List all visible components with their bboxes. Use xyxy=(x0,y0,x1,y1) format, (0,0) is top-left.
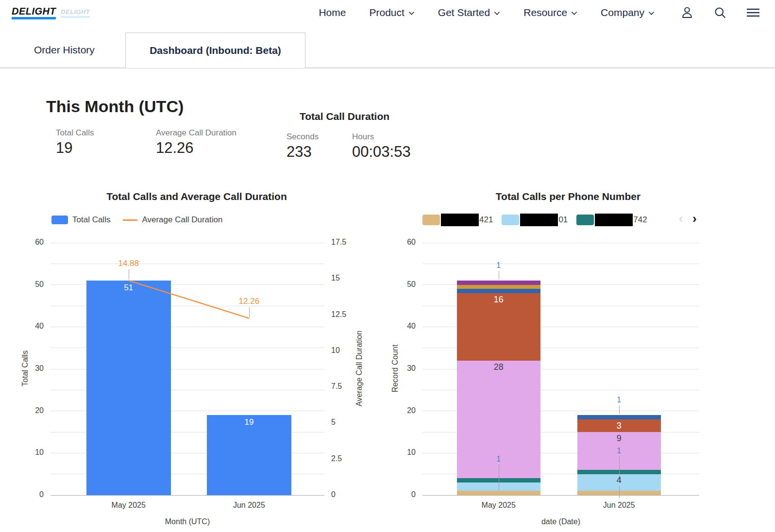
y-axis-tick-label: 2.5 xyxy=(331,454,342,463)
stacked-segment-phone-number-blue[interactable] xyxy=(457,289,540,293)
search-icon[interactable] xyxy=(713,5,727,20)
menu-icon[interactable] xyxy=(746,5,760,20)
redacted-phone-number xyxy=(441,214,479,226)
chart-legend: Total CallsAverage Call Duration xyxy=(51,215,222,225)
stacked-segment-phone-number-gold[interactable] xyxy=(457,285,540,289)
y-axis-tick-label: 60 xyxy=(390,238,416,247)
chevron-down-icon xyxy=(494,11,500,16)
logo-ghost-text: DELIGHT xyxy=(61,9,90,18)
label-leader xyxy=(499,271,499,280)
legend-item-phone-01[interactable]: 01 xyxy=(502,214,568,226)
nav-item-home[interactable]: Home xyxy=(319,7,346,18)
nav-item-label: Resource xyxy=(523,7,567,18)
nav-item-resource[interactable]: Resource xyxy=(523,7,577,18)
stat-label: Hours xyxy=(352,132,411,142)
legend-label: Average Call Duration xyxy=(142,215,222,225)
line-label-leader xyxy=(249,307,250,317)
gridline xyxy=(422,264,699,264)
label-leader xyxy=(619,405,620,414)
stat-hours: Hours 00:03:53 xyxy=(352,132,411,161)
logo[interactable]: DELIGHT DELIGHT xyxy=(12,6,90,19)
y-axis-title: Record Count xyxy=(391,315,400,422)
legend-item-total-calls[interactable]: Total Calls xyxy=(51,215,110,225)
segment-value-label: 1 xyxy=(600,396,639,404)
segment-value-label: 9 xyxy=(577,433,661,444)
tab-order-history[interactable]: Order History xyxy=(34,33,95,67)
segment-value-label: 1 xyxy=(479,261,518,270)
legend-item-phone-421[interactable]: 421 xyxy=(422,214,493,226)
stat-avg-call-duration: Average Call Duration 12.26 xyxy=(156,128,236,157)
stacked-segment-phone-number-ending-421[interactable] xyxy=(457,491,540,495)
legend-item-phone-742[interactable]: 742 xyxy=(576,214,647,226)
account-icon[interactable] xyxy=(680,5,694,20)
line-value-label: 14.88 xyxy=(107,259,151,268)
legend-line-swatch xyxy=(123,219,137,221)
segment-value-label: 4 xyxy=(577,475,661,485)
nav-item-company[interactable]: Company xyxy=(601,7,655,18)
tab-dashboard-inbound-beta[interactable]: Dashboard (Inbound: Beta) xyxy=(125,33,305,68)
legend-label-suffix: 421 xyxy=(479,215,493,225)
segment-value-label: 28 xyxy=(457,362,540,372)
segment-value-label: 16 xyxy=(457,295,540,305)
average-call-duration-line xyxy=(51,243,324,495)
chart-title: Total Calls and Average Call Duration xyxy=(19,191,374,202)
y-axis-tick-label: 10 xyxy=(18,448,44,457)
x-axis-category-label: Jun 2025 xyxy=(208,501,290,510)
y-axis-tick-label: 10 xyxy=(390,448,416,457)
legend-next-arrow[interactable]: › xyxy=(692,212,697,225)
tab-bottom-divider xyxy=(0,67,775,68)
legend-swatch xyxy=(576,215,594,225)
nav-item-label: Home xyxy=(319,7,346,18)
legend-label-suffix: 01 xyxy=(558,215,568,225)
chart-legend: 42101742 xyxy=(422,214,647,226)
y-axis-tick-label: 17.5 xyxy=(331,238,346,247)
stat-seconds: Seconds 233 xyxy=(286,132,319,161)
line-value-label: 12.26 xyxy=(227,297,271,306)
x-axis-category-label: Jun 2025 xyxy=(578,501,660,510)
stat-value: 233 xyxy=(286,143,319,161)
top-nav-bar: DELIGHT DELIGHT HomeProductGet StartedRe… xyxy=(0,0,775,25)
segment-value-label: 1 xyxy=(600,447,639,455)
nav-item-get-started[interactable]: Get Started xyxy=(438,7,500,18)
stat-value: 12.26 xyxy=(156,139,236,157)
y-axis-tick-label: 0 xyxy=(390,490,416,499)
x-axis-category-label: May 2025 xyxy=(87,501,170,510)
plot-area: 11628113914 xyxy=(422,243,699,495)
x-axis-category-label: May 2025 xyxy=(457,501,540,510)
stat-label: Average Call Duration xyxy=(156,128,236,138)
legend-swatch xyxy=(422,215,440,225)
chevron-down-icon xyxy=(648,11,655,16)
nav-item-label: Get Started xyxy=(438,7,490,18)
stacked-segment-phone-number-blue[interactable] xyxy=(577,415,661,419)
logo-text: DELIGHT xyxy=(12,6,56,19)
y-axis-tick-label: 0 xyxy=(331,490,336,499)
nav-item-product[interactable]: Product xyxy=(369,7,414,18)
y-axis-tick-label: 0 xyxy=(18,490,44,499)
chart-total-calls-per-phone-number: Total Calls per Phone Number 11628113914… xyxy=(388,187,748,527)
segment-value-label: 1 xyxy=(479,455,518,464)
legend-item-average-call-duration[interactable]: Average Call Duration xyxy=(123,215,222,225)
y-axis-tick-label: 15 xyxy=(331,274,340,283)
y-axis-tick-label: 50 xyxy=(18,280,44,289)
stacked-segment-phone-number-purple[interactable] xyxy=(457,281,540,285)
chart-title: Total Calls per Phone Number xyxy=(388,191,748,202)
chart-total-calls-and-avg-duration: Total Calls and Average Call Duration 51… xyxy=(19,187,374,527)
chevron-down-icon xyxy=(571,11,577,16)
label-leader xyxy=(499,465,499,490)
stat-value: 19 xyxy=(56,139,94,157)
y-axis-title-left: Total Calls xyxy=(21,315,30,422)
y-axis-tick-label: 7.5 xyxy=(331,382,342,391)
line-label-leader xyxy=(129,269,129,280)
stat-total-calls: Total Calls 19 xyxy=(56,128,94,157)
y-axis-title-right: Average Call Duration xyxy=(355,315,364,422)
legend-prev-arrow[interactable]: ‹ xyxy=(679,212,683,225)
y-axis-tick-label: 5 xyxy=(331,418,336,427)
nav-item-label: Product xyxy=(369,7,404,18)
y-axis-tick-label: 12.5 xyxy=(331,310,346,319)
redacted-phone-number xyxy=(595,214,633,226)
y-axis-tick-label: 50 xyxy=(390,280,416,289)
plot-area: 511914.8812.26 xyxy=(51,243,324,495)
nav-item-label: Company xyxy=(601,7,644,18)
gridline xyxy=(422,243,699,243)
legend-label-suffix: 742 xyxy=(633,215,647,225)
